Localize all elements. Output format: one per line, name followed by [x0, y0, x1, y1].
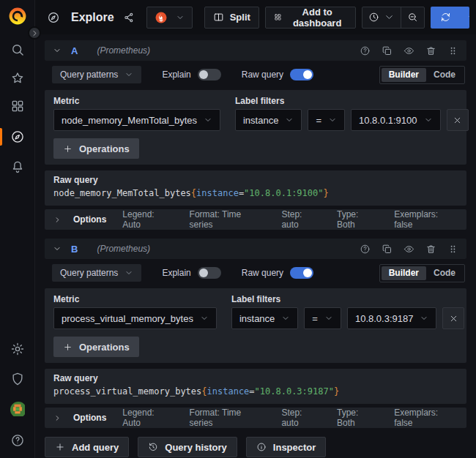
add-operation-button[interactable]: Operations [53, 337, 139, 357]
raw-query-toggle[interactable]: Raw query [242, 69, 313, 80]
run-query-interval-dropdown[interactable] [461, 7, 469, 29]
query-options-collapsed-b[interactable]: Options Legend: Auto Format: Time series… [45, 408, 466, 428]
code-open-brace: { [201, 386, 207, 397]
dashboard-grid-icon [274, 12, 282, 23]
add-query-button[interactable]: Add query [45, 437, 129, 457]
option-legend: Legend: Auto [122, 209, 173, 230]
code-close-brace: } [334, 386, 339, 397]
filter-operator-select[interactable]: = [304, 307, 341, 329]
option-format: Format: Time series [190, 408, 266, 428]
duplicate-query-icon[interactable] [382, 45, 393, 56]
add-to-dashboard-button[interactable]: Add to dashboard [265, 7, 356, 29]
sidebar-item-help[interactable] [10, 433, 25, 448]
add-operation-button[interactable]: Operations [53, 138, 139, 159]
chevron-down-icon [324, 314, 333, 323]
option-exemplars: Exemplars: false [394, 209, 458, 230]
time-picker-group [362, 7, 425, 29]
option-exemplars: Exemplars: false [394, 408, 458, 428]
code-mode-button[interactable]: Code [426, 266, 463, 280]
duplicate-query-icon[interactable] [382, 244, 393, 255]
time-range-button[interactable] [362, 7, 401, 28]
remove-filter-button[interactable] [447, 109, 469, 131]
inspector-button[interactable]: Inspector [246, 437, 327, 457]
active-section-indicator [0, 128, 2, 146]
main-area: Explore Split [35, 0, 476, 458]
collapse-chevron-icon[interactable] [53, 244, 62, 253]
remove-query-trash-icon[interactable] [425, 45, 436, 56]
query-datasource-label: (Prometheus) [97, 244, 150, 254]
query-history-button[interactable]: Query history [138, 437, 237, 457]
query-patterns-button[interactable]: Query patterns [52, 66, 141, 83]
sidebar-item-starred[interactable] [10, 71, 25, 86]
code-mode-button[interactable]: Code [426, 68, 463, 82]
metric-select[interactable]: node_memory_MemTotal_bytes [53, 109, 220, 131]
share-icon[interactable] [123, 12, 135, 23]
option-step: Step: auto [281, 408, 321, 428]
query-help-icon[interactable] [360, 244, 371, 255]
toggle-on-switch[interactable] [290, 69, 313, 80]
query-options-toolbar-a: Query patterns Explain Raw query Builder… [46, 65, 465, 84]
query-builder-b: Metric process_virtual_memory_bytes Labe… [45, 288, 466, 363]
avatar-image [10, 402, 26, 418]
user-avatar[interactable] [10, 402, 25, 416]
expand-sidebar-button[interactable] [28, 26, 41, 40]
toggle-visibility-eye-icon[interactable] [404, 45, 414, 56]
chevron-down-icon [281, 314, 290, 323]
sidebar-item-search[interactable] [10, 42, 25, 57]
promql-expression: node_memory_MemTotal_bytes{instance="10.… [53, 187, 458, 200]
zoom-out-time-button[interactable] [401, 7, 424, 28]
code-metric: process_virtual_memory_bytes [53, 386, 201, 397]
raw-query-toggle[interactable]: Raw query [242, 267, 313, 279]
chevron-down-icon [384, 12, 395, 23]
query-row-a: A (Prometheus) Query patterns [45, 40, 466, 230]
query-header-b[interactable]: B (Prometheus) [45, 239, 466, 259]
metric-select[interactable]: process_virtual_memory_bytes [53, 307, 217, 329]
raw-query-title: Raw query [53, 175, 458, 185]
chevron-down-icon [328, 116, 337, 124]
angle-right-icon [53, 414, 62, 422]
metric-field-label: Metric [53, 96, 220, 106]
plus-icon [63, 144, 72, 154]
metric-field-label: Metric [53, 294, 217, 304]
chevron-down-icon [424, 116, 433, 124]
refresh-icon [440, 12, 451, 23]
remove-query-trash-icon[interactable] [425, 244, 436, 255]
toggle-off-switch[interactable] [198, 267, 221, 279]
toggle-visibility-eye-icon[interactable] [404, 244, 414, 255]
drag-handle-icon[interactable] [447, 45, 458, 56]
filter-label-select[interactable]: instance [231, 307, 298, 329]
option-format: Format: Time series [190, 209, 266, 230]
sidebar-item-configuration[interactable] [10, 342, 25, 356]
sidebar-item-dashboards[interactable] [10, 99, 25, 113]
code-equals: = [249, 386, 254, 397]
filter-value-select[interactable]: 10.8.0.1:9100 [351, 109, 441, 131]
run-query-refresh-button[interactable] [431, 7, 461, 29]
drag-handle-icon[interactable] [447, 244, 458, 255]
collapse-chevron-icon[interactable] [53, 46, 62, 55]
option-step: Step: auto [281, 209, 321, 230]
query-header-a[interactable]: A (Prometheus) [45, 40, 466, 61]
filter-label-select[interactable]: instance [235, 109, 302, 131]
options-label: Options [73, 413, 106, 423]
split-button[interactable]: Split [204, 7, 259, 29]
toggle-off-switch[interactable] [198, 69, 221, 80]
query-options-collapsed-a[interactable]: Options Legend: Auto Format: Time series… [45, 209, 466, 230]
sidebar-item-server-admin[interactable] [10, 372, 25, 386]
filter-value-select[interactable]: 10.8.0.3:9187 [347, 307, 437, 329]
grafana-logo[interactable] [7, 6, 28, 26]
code-open-brace: { [191, 188, 196, 198]
filter-operator-select[interactable]: = [308, 109, 345, 131]
code-label-value: "10.8.0.1:9100" [244, 188, 323, 198]
builder-mode-button[interactable]: Builder [382, 266, 426, 280]
builder-mode-button[interactable]: Builder [382, 68, 426, 82]
remove-filter-button[interactable] [442, 307, 464, 329]
toggle-on-switch[interactable] [290, 267, 313, 279]
sidebar-item-alerting[interactable] [10, 159, 25, 174]
search-minus-icon [407, 12, 418, 23]
query-help-icon[interactable] [360, 45, 371, 56]
sidebar-item-explore[interactable] [10, 129, 25, 144]
query-patterns-button[interactable]: Query patterns [52, 264, 141, 282]
explain-toggle[interactable]: Explain [162, 267, 220, 279]
datasource-picker[interactable] [146, 7, 193, 29]
explain-toggle[interactable]: Explain [162, 69, 220, 80]
